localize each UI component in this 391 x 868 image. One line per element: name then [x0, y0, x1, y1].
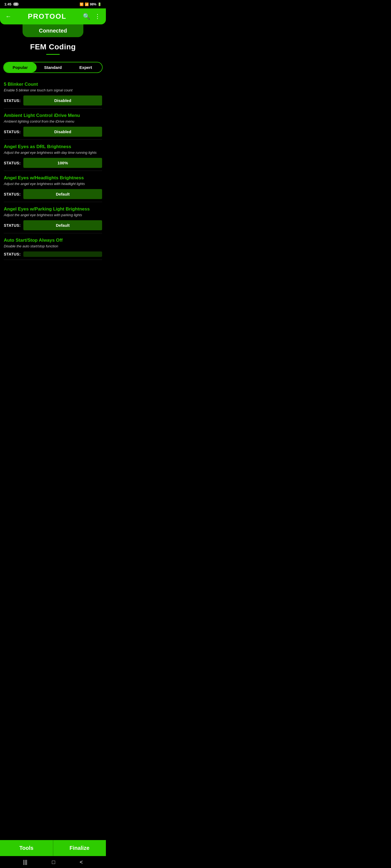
- status-row-ambient: STATUS: Disabled: [4, 127, 102, 137]
- feature-angel-headlights: Angel Eyes w/Headlights Brightness Adjus…: [4, 171, 102, 202]
- status-value-angel-drl[interactable]: 100%: [23, 158, 102, 168]
- tabs-container: Popular Standard Expert: [3, 62, 103, 73]
- battery-icon: 🔋: [97, 2, 102, 6]
- status-row-auto-stop: STATUS:: [4, 251, 102, 257]
- header-icons: 🔍 ⋮: [83, 13, 101, 20]
- battery-display: 98%: [90, 2, 96, 6]
- status-row-angel-headlights: STATUS: Default: [4, 189, 102, 199]
- status-value-blinker[interactable]: Disabled: [23, 95, 102, 105]
- status-label-angel-headlights: STATUS:: [4, 192, 21, 196]
- feature-angel-drl: Angel Eyes as DRL Brightness Adjust the …: [4, 140, 102, 171]
- signal-icon: 📶: [85, 2, 89, 6]
- status-label-auto-stop: STATUS:: [4, 252, 21, 256]
- tools-button[interactable]: Tools: [0, 840, 53, 856]
- title-underline: [46, 54, 60, 55]
- wifi-icon: 🛜: [80, 2, 84, 6]
- feature-desc-angel-parking: Adjust the angel eye brightness with par…: [4, 213, 102, 217]
- feature-desc-ambient: Ambient lighting control from the iDrive…: [4, 119, 102, 123]
- status-value-auto-stop[interactable]: [23, 251, 102, 257]
- back-nav-button[interactable]: <: [80, 859, 83, 865]
- status-bar: 1:45 69 🛜 📶 98% 🔋: [0, 0, 106, 8]
- feature-desc-angel-headlights: Adjust the angel eye brightness with hea…: [4, 182, 102, 186]
- status-row-angel-drl: STATUS: 100%: [4, 158, 102, 168]
- feature-auto-start-stop: Auto Start/Stop Always Off Disable the a…: [4, 233, 102, 260]
- feature-list: 5 Blinker Count Enable 5 blinker one tou…: [0, 77, 106, 287]
- feature-title-auto-stop: Auto Start/Stop Always Off: [4, 238, 102, 243]
- status-label-angel-parking: STATUS:: [4, 223, 21, 227]
- more-options-button[interactable]: ⋮: [94, 13, 101, 20]
- status-bar-left: 1:45 69: [4, 2, 19, 6]
- home-button[interactable]: □: [52, 859, 55, 865]
- feature-title-angel-drl: Angel Eyes as DRL Brightness: [4, 144, 102, 150]
- feature-title-blinker: 5 Blinker Count: [4, 82, 102, 87]
- feature-desc-angel-drl: Adjust the angel eye brightness with day…: [4, 151, 102, 155]
- notification-badge: 69: [13, 2, 19, 6]
- page-title: FEM Coding: [4, 42, 102, 51]
- feature-desc-blinker: Enable 5 blinker one touch turn signal c…: [4, 88, 102, 92]
- status-value-angel-headlights[interactable]: Default: [23, 189, 102, 199]
- feature-title-ambient: Ambient Light Control iDrive Menu: [4, 113, 102, 118]
- feature-title-angel-parking: Angel Eyes w/Parking Light Brightness: [4, 207, 102, 212]
- feature-angel-parking: Angel Eyes w/Parking Light Brightness Ad…: [4, 202, 102, 233]
- connected-section: Connected: [0, 24, 106, 37]
- feature-desc-auto-stop: Disable the auto start/stop function: [4, 244, 102, 248]
- feature-ambient-light: Ambient Light Control iDrive Menu Ambien…: [4, 108, 102, 140]
- feature-blinker-count: 5 Blinker Count Enable 5 blinker one tou…: [4, 77, 102, 108]
- status-label-blinker: STATUS:: [4, 98, 21, 103]
- status-row-angel-parking: STATUS: Default: [4, 220, 102, 230]
- status-label-angel-drl: STATUS:: [4, 161, 21, 165]
- connected-badge: Connected: [23, 24, 83, 37]
- time-display: 1:45: [4, 2, 11, 6]
- status-label-ambient: STATUS:: [4, 130, 21, 134]
- tab-popular[interactable]: Popular: [4, 62, 37, 72]
- finalize-button[interactable]: Finalize: [53, 840, 106, 856]
- tab-expert[interactable]: Expert: [69, 62, 102, 72]
- app-title: PROTOOL: [28, 12, 66, 21]
- recent-apps-button[interactable]: |||: [23, 859, 27, 865]
- nav-bar: ||| □ <: [0, 856, 106, 868]
- feature-title-angel-headlights: Angel Eyes w/Headlights Brightness: [4, 175, 102, 181]
- status-bar-right: 🛜 📶 98% 🔋: [80, 2, 102, 6]
- app-header: ← PROTOOL 🔍 ⋮: [0, 8, 106, 24]
- status-value-ambient[interactable]: Disabled: [23, 127, 102, 137]
- status-value-angel-parking[interactable]: Default: [23, 220, 102, 230]
- tab-standard[interactable]: Standard: [37, 62, 69, 72]
- back-button[interactable]: ←: [5, 13, 11, 20]
- status-row-blinker: STATUS: Disabled: [4, 95, 102, 105]
- page-title-section: FEM Coding: [0, 37, 106, 58]
- bottom-buttons: Tools Finalize: [0, 840, 106, 856]
- search-button[interactable]: 🔍: [83, 13, 90, 20]
